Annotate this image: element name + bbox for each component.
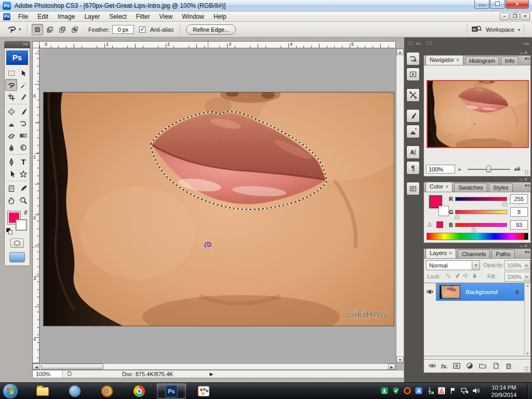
status-menu-arrow[interactable]: ▶ bbox=[209, 371, 213, 377]
tool-stamp[interactable] bbox=[5, 117, 17, 129]
tool-eraser[interactable] bbox=[5, 129, 17, 141]
doc-close-button[interactable]: × bbox=[521, 12, 530, 20]
background-color-swatch[interactable] bbox=[16, 220, 26, 230]
fill-value[interactable]: 100% bbox=[504, 272, 524, 282]
menu-layer[interactable]: Layer bbox=[79, 11, 104, 22]
horizontal-ruler[interactable]: 012345 bbox=[39, 41, 396, 48]
layer-style-button[interactable]: fx. bbox=[441, 363, 448, 369]
tray-icon-idm[interactable] bbox=[380, 387, 389, 396]
taskbar-clock[interactable]: 10:14 PM 20/9/2014 bbox=[483, 384, 525, 398]
tab-close-icon[interactable]: × bbox=[445, 184, 448, 190]
quick-mask-button[interactable] bbox=[10, 238, 24, 248]
channel-slider[interactable] bbox=[455, 223, 507, 227]
tray-icon-avg[interactable]: A bbox=[437, 387, 446, 396]
color-spectrum-bar[interactable] bbox=[427, 233, 528, 240]
horizontal-scrollbar[interactable]: ◀ ▶ bbox=[32, 363, 396, 370]
fill-spinner[interactable]: ▸ bbox=[524, 272, 530, 282]
menu-view[interactable]: View bbox=[154, 11, 177, 22]
tool-blur[interactable] bbox=[5, 141, 17, 153]
new-layer-button[interactable] bbox=[491, 362, 500, 371]
taskbar-button-media-player[interactable] bbox=[60, 383, 89, 399]
delete-layer-button[interactable] bbox=[504, 362, 513, 371]
subtract-selection-mode-button[interactable] bbox=[57, 24, 68, 35]
tool-type[interactable]: T bbox=[17, 156, 29, 168]
panel-icon-history-panel[interactable] bbox=[406, 52, 420, 65]
panel-resize-grip[interactable] bbox=[524, 170, 529, 175]
layer-visibility-toggle[interactable] bbox=[424, 283, 436, 301]
panel-menu-icon[interactable]: ▾≡ bbox=[525, 249, 530, 255]
lock-pixels-icon[interactable] bbox=[454, 272, 460, 280]
menu-help[interactable]: Help bbox=[209, 11, 231, 22]
canvas-area[interactable]: wikiHow bbox=[39, 48, 396, 363]
lock-transparency-icon[interactable] bbox=[445, 272, 451, 280]
menu-file[interactable]: File bbox=[14, 11, 33, 22]
tool-lasso[interactable] bbox=[5, 79, 17, 91]
tray-icon-letter-a[interactable]: A bbox=[415, 387, 423, 396]
menu-window[interactable]: Window bbox=[177, 11, 209, 22]
slider-thumb[interactable] bbox=[455, 215, 460, 219]
add-selection-mode-button[interactable] bbox=[44, 24, 56, 35]
bridge-icon[interactable]: Br bbox=[471, 24, 482, 35]
lock-position-icon[interactable] bbox=[462, 272, 469, 280]
navigator-proxy-view[interactable]: wikiHow bbox=[427, 80, 529, 148]
panel-menu-icon[interactable]: ▾≡ bbox=[525, 56, 530, 61]
new-group-button[interactable] bbox=[478, 362, 487, 371]
color-tab-color[interactable]: Color× bbox=[425, 182, 453, 192]
adjustment-layer-button[interactable] bbox=[466, 362, 474, 371]
tool-brush[interactable] bbox=[17, 105, 29, 117]
workspace-label[interactable]: Workspace bbox=[486, 26, 514, 33]
lock-all-icon[interactable] bbox=[471, 272, 478, 280]
screen-mode-button[interactable] bbox=[9, 252, 25, 262]
tray-icon-volume[interactable] bbox=[472, 387, 480, 396]
tool-slice[interactable] bbox=[17, 91, 29, 103]
zoom-out-icon[interactable] bbox=[457, 166, 463, 173]
tool-history[interactable] bbox=[17, 117, 29, 129]
slider-thumb[interactable] bbox=[502, 202, 508, 206]
color-tab-styles[interactable]: Styles bbox=[489, 183, 513, 192]
ruler-corner[interactable] bbox=[32, 41, 39, 48]
intersect-selection-mode-button[interactable] bbox=[69, 24, 81, 35]
zoom-in-icon[interactable] bbox=[513, 164, 521, 173]
tray-icon-shield-check[interactable] bbox=[392, 387, 400, 396]
panel-menu-icon[interactable]: ▾≡ bbox=[525, 183, 530, 188]
opacity-spinner[interactable]: ▸ bbox=[524, 260, 530, 270]
list-scroll-down[interactable]: ▼ bbox=[525, 352, 530, 355]
vertical-ruler[interactable]: 01234 bbox=[32, 48, 39, 363]
navigator-tab-navigator[interactable]: Navigator× bbox=[425, 55, 463, 65]
toolbox-collapse-header[interactable]: «« bbox=[4, 41, 30, 48]
channel-slider[interactable] bbox=[455, 197, 507, 201]
new-selection-mode-button[interactable] bbox=[32, 24, 43, 35]
panel-icon-actions[interactable] bbox=[406, 68, 420, 81]
navigator-tab-histogram[interactable]: Histogram bbox=[465, 56, 499, 65]
channel-value[interactable]: 255 bbox=[510, 194, 528, 204]
tab-close-icon[interactable]: × bbox=[449, 250, 452, 256]
channel-slider[interactable] bbox=[455, 210, 507, 214]
default-colors-icon[interactable] bbox=[6, 228, 12, 234]
tool-dodge[interactable] bbox=[17, 141, 29, 153]
blend-mode-select[interactable]: Normal▾ bbox=[426, 260, 480, 270]
scroll-left-arrow[interactable]: ◀ bbox=[33, 364, 40, 369]
antialias-checkbox[interactable]: ✓ bbox=[139, 26, 145, 33]
channel-value[interactable]: 8 bbox=[510, 207, 528, 217]
tab-close-icon[interactable]: × bbox=[456, 57, 459, 63]
layers-tab-channels[interactable]: Channels bbox=[458, 249, 490, 258]
color-tab-swatches[interactable]: Swatches bbox=[454, 183, 487, 192]
refine-edge-button[interactable]: Refine Edge... bbox=[186, 24, 236, 35]
dock-expand-icon[interactable]: »» bbox=[524, 41, 529, 46]
navigator-zoom-slider[interactable] bbox=[468, 169, 510, 170]
menu-filter[interactable]: Filter bbox=[131, 11, 155, 22]
tool-hand[interactable] bbox=[5, 194, 17, 206]
panel-icon-tool-presets[interactable] bbox=[406, 88, 420, 102]
scrollbar-thumb[interactable] bbox=[41, 364, 103, 369]
menu-image[interactable]: Image bbox=[53, 11, 79, 22]
panel-resize-grip[interactable] bbox=[524, 366, 529, 371]
tray-icon-orange-ring[interactable] bbox=[403, 387, 411, 396]
link-layers-button[interactable] bbox=[428, 362, 436, 371]
navigator-tab-info[interactable]: Info bbox=[501, 56, 518, 65]
tool-notes[interactable] bbox=[5, 182, 17, 194]
tool-zoom[interactable] bbox=[17, 194, 29, 206]
layers-tab-layers[interactable]: Layers× bbox=[425, 248, 456, 258]
channel-value[interactable]: 93 bbox=[510, 220, 528, 230]
taskbar-button-paint[interactable] bbox=[189, 383, 218, 399]
add-mask-button[interactable] bbox=[453, 362, 461, 371]
